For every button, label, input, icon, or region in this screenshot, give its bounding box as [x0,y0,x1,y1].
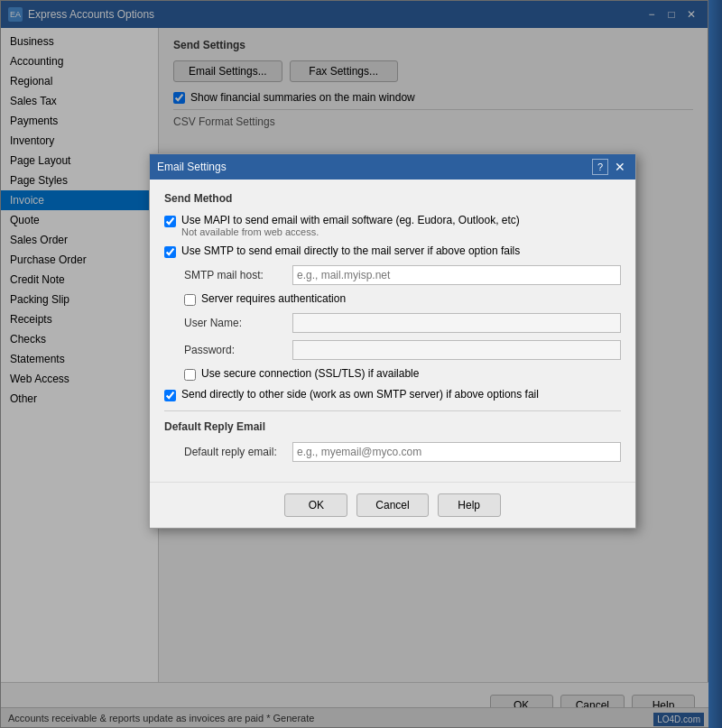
smtp-checkbox[interactable] [164,246,176,258]
modal-close-button[interactable]: ✕ [612,159,628,175]
smtp-host-row: SMTP mail host: [164,265,621,285]
ssl-checkbox[interactable] [184,369,196,381]
modal-help-icon-button[interactable]: ? [592,159,608,175]
modal-body: Send Method Use MAPI to send email with … [150,180,635,482]
modal-cancel-button[interactable]: Cancel [356,493,428,517]
server-auth-checkbox[interactable] [184,294,196,306]
password-row: Password: [164,340,621,360]
modal-button-row: OK Cancel Help [150,482,635,528]
send-directly-label: Send directly to other side (work as own… [181,388,539,401]
server-auth-row: Server requires authentication [164,292,621,306]
modal-title-bar: Email Settings ? ✕ [150,154,635,180]
mapi-checkbox[interactable] [164,216,176,227]
password-label: Password: [184,344,292,356]
default-reply-section: Default Reply Email Default reply email: [164,420,621,462]
modal-overlay: Email Settings ? ✕ Send Method Use MAPI … [0,0,722,728]
mapi-label: Use MAPI to send email with email softwa… [181,214,520,226]
default-reply-row: Default reply email: [164,442,621,462]
send-method-label: Send Method [164,192,621,205]
username-label: User Name: [184,317,292,329]
mapi-row: Use MAPI to send email with email softwa… [164,214,621,237]
mapi-text-block: Use MAPI to send email with email softwa… [181,214,520,237]
username-input[interactable] [292,313,621,333]
modal-help-button[interactable]: Help [438,493,501,517]
smtp-label: Use SMTP to send email directly to the m… [181,244,520,257]
modal-title: Email Settings [157,161,227,173]
smtp-row: Use SMTP to send email directly to the m… [164,244,621,258]
modal-ok-button[interactable]: OK [284,493,347,517]
default-reply-label: Default reply email: [184,446,292,458]
ssl-row: Use secure connection (SSL/TLS) if avail… [164,367,621,381]
send-directly-checkbox[interactable] [164,390,176,401]
ssl-label: Use secure connection (SSL/TLS) if avail… [201,367,419,380]
password-input[interactable] [292,340,621,360]
smtp-host-label: SMTP mail host: [184,269,292,281]
modal-divider [164,410,621,411]
send-directly-row: Send directly to other side (work as own… [164,388,621,401]
smtp-host-input[interactable] [292,265,621,285]
server-auth-label: Server requires authentication [201,292,346,305]
default-reply-input[interactable] [292,442,621,462]
modal-controls: ? ✕ [592,159,628,175]
username-row: User Name: [164,313,621,333]
mapi-subtext: Not available from web access. [181,226,520,237]
default-reply-section-title: Default Reply Email [164,420,621,433]
email-settings-dialog: Email Settings ? ✕ Send Method Use MAPI … [149,153,636,529]
